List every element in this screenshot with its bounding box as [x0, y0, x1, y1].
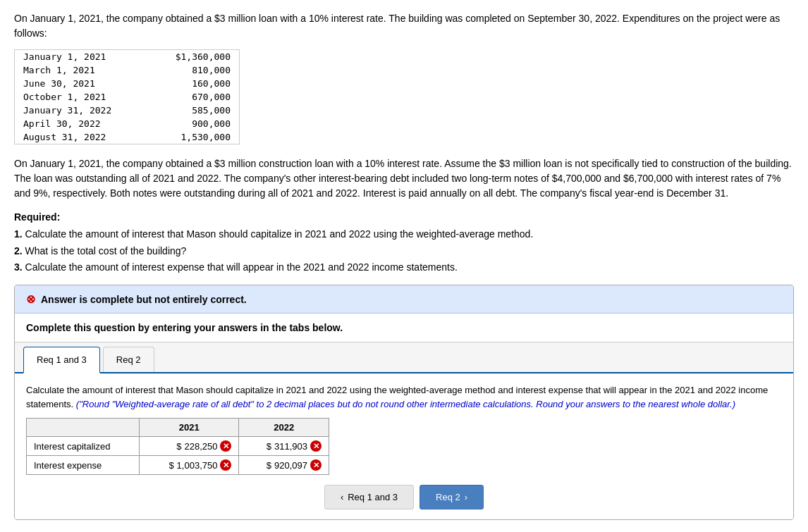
- intro-paragraph2: On January 1, 2021, the company obtained…: [14, 156, 794, 201]
- expenditure-date: January 31, 2022: [15, 104, 148, 117]
- tab-instruction: Calculate the amount of interest that Ma…: [26, 383, 782, 411]
- error-icon: ✕: [310, 440, 322, 452]
- prev-icon: ‹: [341, 492, 343, 502]
- tabs-row: Req 1 and 3 Req 2: [15, 342, 793, 373]
- cell-2021: $ 228,250 ✕: [140, 437, 239, 456]
- tab-req2[interactable]: Req 2: [103, 347, 154, 372]
- value-2021: 1,003,750: [177, 460, 218, 471]
- expenditure-amount: $1,360,000: [148, 50, 239, 63]
- tab-req1and3[interactable]: Req 1 and 3: [23, 347, 100, 373]
- expenditure-amount: 900,000: [148, 117, 239, 130]
- row-label: Interest expense: [27, 456, 140, 475]
- value-2021: 228,250: [184, 441, 217, 452]
- expenditure-date: August 31, 2022: [15, 130, 148, 144]
- col-header-label: [27, 419, 140, 437]
- col-header-2022: 2022: [239, 419, 329, 437]
- expenditure-amount: 160,000: [148, 77, 239, 90]
- dollar-2021: $: [176, 441, 181, 452]
- results-table: 2021 2022 Interest capitalized $ 228,250…: [26, 418, 329, 475]
- cell-2022: $ 311,903 ✕: [239, 437, 329, 456]
- answer-banner: ⊗ Answer is complete but not entirely co…: [15, 285, 793, 314]
- error-icon: ✕: [220, 459, 231, 471]
- cell-2022: $ 920,097 ✕: [239, 456, 329, 475]
- expenditure-row: March 1, 2021810,000: [15, 63, 239, 77]
- expenditure-row: June 30, 2021160,000: [15, 77, 239, 90]
- cell-2021: $ 1,003,750 ✕: [140, 456, 239, 475]
- expenditure-row: January 1, 2021$1,360,000: [15, 50, 239, 63]
- col-header-2021: 2021: [140, 419, 239, 437]
- expenditure-row: April 30, 2022900,000: [15, 117, 239, 130]
- expenditure-row: October 1, 2021670,000: [15, 90, 239, 104]
- prev-button[interactable]: ‹ Req 1 and 3: [324, 485, 414, 509]
- expenditure-amount: 1,530,000: [148, 130, 239, 144]
- table-row: Interest capitalized $ 228,250 ✕ $ 311,9…: [27, 437, 329, 456]
- expenditure-amount: 810,000: [148, 63, 239, 77]
- error-icon: ✕: [220, 440, 231, 452]
- expenditure-date: April 30, 2022: [15, 117, 148, 130]
- table-row: Interest expense $ 1,003,750 ✕ $ 920,097…: [27, 456, 329, 475]
- expenditure-date: June 30, 2021: [15, 77, 148, 90]
- value-2022: 920,097: [274, 460, 307, 471]
- expenditure-row: January 31, 2022585,000: [15, 104, 239, 117]
- prev-label: Req 1 and 3: [348, 492, 398, 502]
- required-label: Required:: [14, 211, 60, 223]
- answer-banner-text: Answer is complete but not entirely corr…: [41, 294, 247, 305]
- expenditure-date: March 1, 2021: [15, 63, 148, 77]
- value-2022: 311,903: [274, 441, 307, 452]
- complete-message: Complete this question by entering your …: [15, 314, 793, 342]
- intro-paragraph1: On January 1, 2021, the company obtained…: [14, 11, 794, 41]
- expenditure-amount: 585,000: [148, 104, 239, 117]
- row-label: Interest capitalized: [27, 437, 140, 456]
- dollar-2021: $: [169, 460, 173, 471]
- next-icon: ›: [465, 492, 467, 502]
- answer-wrapper: ⊗ Answer is complete but not entirely co…: [14, 285, 794, 520]
- dollar-2022: $: [267, 460, 271, 471]
- required-section: Required: 1. Calculate the amount of int…: [14, 209, 794, 276]
- required-item: 3. Calculate the amount of interest expe…: [14, 259, 794, 276]
- dollar-2022: $: [267, 441, 271, 452]
- expenditure-table: January 1, 2021$1,360,000March 1, 202181…: [14, 49, 240, 144]
- next-button[interactable]: Req 2 ›: [420, 485, 484, 509]
- expenditure-row: August 31, 20221,530,000: [15, 130, 239, 144]
- tab-instruction-note: ("Round "Weighted-average rate of all de…: [76, 399, 735, 409]
- expenditure-date: October 1, 2021: [15, 90, 148, 104]
- tab-content-req1and3: Calculate the amount of interest that Ma…: [15, 373, 793, 519]
- required-item: 2. What is the total cost of the buildin…: [14, 243, 794, 260]
- nav-buttons: ‹ Req 1 and 3 Req 2 ›: [26, 485, 782, 509]
- expenditure-date: January 1, 2021: [15, 50, 148, 63]
- expenditure-amount: 670,000: [148, 90, 239, 104]
- error-icon: ✕: [310, 459, 322, 471]
- required-item: 1. Calculate the amount of interest that…: [14, 226, 794, 243]
- answer-error-icon: ⊗: [26, 292, 35, 306]
- next-label: Req 2: [436, 492, 460, 502]
